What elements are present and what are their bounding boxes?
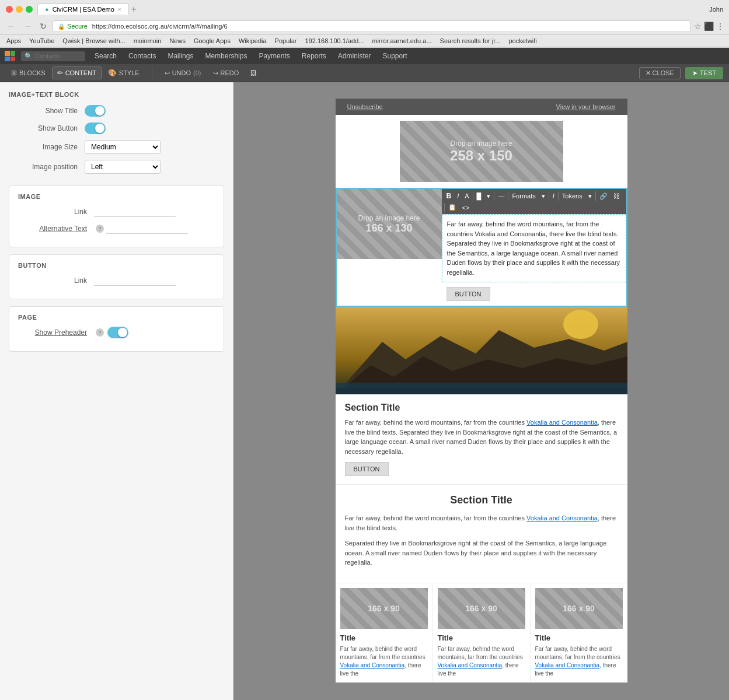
full-photo	[336, 307, 627, 394]
nav-payments[interactable]: Payments	[253, 48, 295, 64]
hero-image-placeholder[interactable]: Drop an image here 258 x 150	[400, 121, 563, 182]
civicrm-logo[interactable]	[5, 51, 15, 61]
content-tab[interactable]: ✏ CONTENT	[52, 66, 102, 79]
section2-link1[interactable]: Vokalia and Consonantia	[526, 514, 598, 522]
bookmark-pocketwifi[interactable]: pocketwifi	[507, 37, 539, 45]
view-browser-link[interactable]: View in your browser	[556, 103, 616, 110]
forward-button[interactable]: →	[21, 20, 34, 32]
nav-administer[interactable]: Administer	[332, 48, 377, 64]
nav-support[interactable]: Support	[377, 48, 413, 64]
bookmark-search[interactable]: Search results for jr...	[438, 37, 503, 45]
nav-search[interactable]: Search	[89, 48, 123, 64]
col3: 166 x 90 Title Far far away, behind the …	[531, 583, 627, 682]
col2-image[interactable]: 166 x 90	[438, 588, 525, 629]
bookmark-icon[interactable]: ☆	[694, 22, 702, 31]
bg-color-button[interactable]: █	[475, 191, 484, 201]
nav-contacts[interactable]: Contacts	[123, 48, 162, 64]
menu-icon[interactable]: ⋮	[716, 22, 724, 31]
col2-link[interactable]: Vokalia and Consonantia	[438, 662, 503, 668]
redo-button[interactable]: ↪ REDO	[208, 67, 245, 79]
bookmark-news[interactable]: News	[168, 37, 187, 45]
link-button[interactable]: 🔗	[597, 191, 610, 201]
col3-body: Far far away, behind the word mountains,…	[535, 645, 623, 678]
text-color-button[interactable]: A	[462, 191, 471, 201]
bookmark-qwisk[interactable]: Qwisk | Browse with...	[61, 37, 127, 45]
bookmark-mirror[interactable]: mirror.aarnet.edu.a...	[370, 37, 433, 45]
style-tab[interactable]: 🎨 STYLE	[103, 66, 145, 79]
active-tab[interactable]: ● CiviCRM | ESA Demo ×	[37, 4, 129, 15]
bold-button[interactable]: B	[444, 191, 454, 201]
alt-text-help-icon[interactable]: ?	[96, 225, 104, 233]
rt-sep-4	[549, 191, 549, 201]
browser-chrome: ● CiviCRM | ESA Demo × + John ← → ↻ 🔒 Se…	[0, 0, 729, 48]
block-text-content[interactable]: Far far away, behind the word mountains,…	[442, 214, 626, 282]
nav-memberships[interactable]: Memberships	[199, 48, 253, 64]
formats-arrow[interactable]: ▾	[539, 191, 547, 201]
nav-reports[interactable]: Reports	[296, 48, 332, 64]
unsubscribe-link[interactable]: Unsubscribe	[347, 103, 383, 110]
back-button[interactable]: ←	[5, 20, 18, 32]
col3-link[interactable]: Vokalia and Consonantia	[535, 662, 600, 668]
section1-button[interactable]: BUTTON	[345, 462, 389, 476]
bookmark-apps[interactable]: Apps	[5, 37, 23, 45]
section2-body2: Separated they live in Bookmarksgrove ri…	[345, 538, 618, 568]
close-window-button[interactable]	[6, 6, 13, 13]
show-button-row: Show Button	[9, 123, 224, 134]
image-section-header: IMAGE	[18, 193, 215, 200]
nav-mailings[interactable]: Mailings	[162, 48, 199, 64]
col1-image[interactable]: 166 x 90	[340, 588, 428, 629]
image-position-select[interactable]: Left	[85, 160, 161, 174]
toggle-track-preheader[interactable]	[107, 327, 128, 338]
image-size-select[interactable]: Medium	[85, 140, 161, 154]
blocks-tab[interactable]: ⊞ BLOCKS	[6, 66, 51, 79]
test-button[interactable]: ➤ TEST	[685, 67, 723, 79]
alt-text-input[interactable]	[106, 223, 188, 234]
unlink-button[interactable]: ⛓	[611, 191, 622, 201]
extensions-icon[interactable]: ⬛	[704, 22, 714, 31]
section1-link1[interactable]: Vokalia and Consonantia	[526, 419, 598, 426]
tokens-dropdown[interactable]: Tokens	[560, 191, 585, 201]
col1-link[interactable]: Vokalia and Consonantia	[340, 662, 405, 668]
bookmark-local[interactable]: 192.168.100.1/add...	[304, 37, 366, 45]
button-link-row: Link	[18, 275, 215, 286]
bookmark-moinmoin[interactable]: moinmoin	[132, 37, 163, 45]
preheader-help-icon[interactable]: ?	[96, 328, 104, 337]
button-link-input[interactable]	[94, 275, 176, 286]
nav-search-bar[interactable]: 🔍	[21, 51, 85, 61]
show-title-toggle[interactable]	[85, 105, 106, 117]
bookmark-wikipedia[interactable]: Wikipedia	[237, 37, 268, 45]
source-button[interactable]: <>	[460, 203, 472, 212]
minimize-window-button[interactable]	[16, 6, 23, 13]
dash-button[interactable]: —	[496, 191, 507, 201]
undo-button[interactable]: ↩ UNDO (0)	[159, 67, 207, 79]
new-tab-button[interactable]: +	[131, 4, 137, 15]
italic-btn2[interactable]: I	[550, 191, 557, 201]
bookmark-youtube[interactable]: YouTube	[27, 37, 56, 45]
show-preheader-toggle[interactable]	[107, 327, 128, 338]
toggle-thumb-preheader	[118, 328, 127, 337]
bookmark-popular[interactable]: Popular	[273, 37, 299, 45]
tab-close-button[interactable]: ×	[118, 6, 121, 13]
italic-button[interactable]: I	[455, 191, 461, 201]
refresh-button[interactable]: ↻	[37, 20, 49, 32]
show-button-toggle[interactable]	[85, 123, 106, 134]
button-link-label: Link	[18, 276, 94, 285]
image-button[interactable]: 🖼	[245, 67, 262, 79]
toggle-track-button[interactable]	[85, 123, 106, 134]
tokens-arrow[interactable]: ▾	[586, 191, 594, 201]
nav-search-input[interactable]	[35, 52, 82, 60]
bookmark-googleapps[interactable]: Google Apps	[192, 37, 232, 45]
block-action-button[interactable]: BUTTON	[447, 287, 490, 301]
image-link-input[interactable]	[94, 206, 176, 217]
block-image-placeholder[interactable]: Drop an image here 166 x 130	[337, 189, 442, 259]
color-dropdown-button[interactable]: ▾	[484, 191, 493, 201]
col3-image[interactable]: 166 x 90	[535, 588, 623, 629]
copy-button[interactable]: 📋	[446, 202, 459, 212]
image-position-row: Image position Left	[9, 160, 224, 174]
close-button[interactable]: ✕ CLOSE	[639, 67, 681, 79]
editor-active-block[interactable]: Drop an image here 166 x 130 B I A █	[336, 188, 627, 307]
maximize-window-button[interactable]	[26, 6, 33, 13]
toggle-track-title[interactable]	[85, 105, 106, 117]
address-bar[interactable]: 🔒 Secure https://dmo.ecolsoc.org.au/civi…	[53, 20, 690, 32]
formats-dropdown[interactable]: Formats	[510, 191, 538, 201]
